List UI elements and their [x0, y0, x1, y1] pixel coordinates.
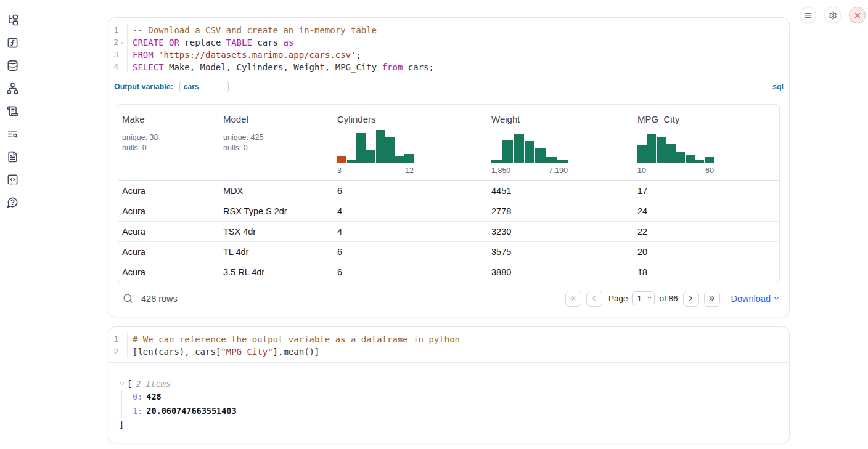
histogram-bar	[514, 134, 524, 163]
histogram-bar	[366, 150, 375, 163]
line-gutter: 2	[108, 346, 128, 358]
table-cell: MDX	[219, 181, 334, 201]
code-text: [len(cars), cars["MPG_City"].mean()]	[128, 346, 319, 358]
code-line[interactable]: 4SELECT Make, Model, Cylinders, Weight, …	[108, 61, 789, 73]
previous-page-button[interactable]	[586, 291, 602, 307]
code-line[interactable]: 1# We can reference the output variable …	[108, 333, 789, 346]
table-cell: Acura	[118, 201, 219, 222]
file-tree-sidebar-button[interactable]	[6, 14, 19, 26]
column-histogram: 312	[337, 130, 414, 176]
sql-code-editor[interactable]: 1-- Download a CSV and create an in-memo…	[108, 18, 789, 78]
scroll-script-icon	[7, 105, 18, 117]
menu-button[interactable]	[800, 7, 816, 23]
tree-root[interactable]: [ 2 Items	[119, 378, 789, 390]
output-variable-input[interactable]	[179, 81, 229, 92]
search-icon[interactable]	[123, 293, 133, 304]
scroll-script-sidebar-button[interactable]	[6, 105, 19, 118]
table-row[interactable]: Acura3.5 RL 4dr6388018	[118, 262, 779, 283]
chevron-down-icon	[119, 381, 125, 387]
code-line[interactable]: 1-- Download a CSV and create an in-memo…	[108, 24, 789, 36]
table-cell: 3880	[488, 262, 634, 283]
close-button[interactable]	[849, 7, 866, 23]
line-gutter: 4	[108, 61, 128, 73]
table-cell: 18	[634, 262, 779, 283]
download-button[interactable]: Download	[731, 294, 780, 304]
histogram-bar	[686, 155, 695, 164]
table-cell: 3575	[488, 242, 634, 262]
document-sidebar-button[interactable]	[6, 150, 19, 163]
histogram-bar	[356, 133, 366, 163]
table-cell: 4	[334, 222, 488, 242]
fold-chevron-icon[interactable]	[119, 40, 125, 46]
code-text: CREATE OR replace TABLE cars as	[128, 36, 293, 49]
table-footer: 428 rows Page 1 of 86	[108, 283, 789, 317]
code-text: # We can reference the output variable a…	[128, 333, 460, 346]
help-bubble-sidebar-button[interactable]	[6, 196, 19, 209]
database-sidebar-button[interactable]	[6, 59, 19, 72]
table-cell: Acura	[118, 242, 219, 262]
left-sidebar	[6, 14, 19, 209]
histogram-bar	[376, 130, 385, 163]
table-cell: Acura	[118, 222, 219, 242]
column-title: MPG_City	[637, 113, 776, 125]
code-text: SELECT Make, Model, Cylinders, Weight, M…	[128, 61, 434, 73]
page-select[interactable]: 1	[632, 291, 655, 305]
column-header-mpg_city[interactable]: MPG_City1060	[634, 105, 779, 181]
column-title: Cylinders	[337, 113, 484, 125]
histogram-bar	[347, 160, 356, 163]
search-list-sidebar-button[interactable]	[6, 127, 19, 140]
histogram-bar	[557, 160, 568, 163]
column-title: Weight	[491, 113, 630, 125]
histogram-bar	[666, 144, 676, 163]
table-cell: 17	[634, 181, 779, 201]
column-header-weight[interactable]: Weight1,8507,190	[488, 105, 634, 181]
table-row[interactable]: AcuraTL 4dr6357520	[118, 242, 779, 262]
table-row[interactable]: AcuraRSX Type S 2dr4277824	[118, 201, 779, 222]
table-cell: 4451	[488, 181, 634, 201]
settings-gear-icon	[829, 11, 837, 20]
table-cell: 24	[634, 201, 779, 222]
line-gutter: 2	[108, 36, 128, 49]
python-code-editor[interactable]: 1# We can reference the output variable …	[108, 327, 789, 362]
histogram-bar	[695, 160, 705, 163]
column-header-make[interactable]: Makeunique: 38nulls: 0	[118, 105, 219, 181]
table-cell: Acura	[118, 262, 219, 283]
tree-key: 0:	[133, 392, 142, 402]
table-row[interactable]: AcuraTSX 4dr4323022	[118, 222, 779, 242]
column-header-cylinders[interactable]: Cylinders312	[334, 105, 488, 181]
histogram-bar	[491, 160, 502, 163]
code-line[interactable]: 3FROM 'https://datasets.marimo.app/cars.…	[108, 49, 789, 61]
code-line[interactable]: 2CREATE OR replace TABLE cars as	[108, 36, 789, 49]
items-count-label: 2 Items	[136, 379, 171, 389]
next-page-button[interactable]	[683, 291, 699, 307]
code-text: FROM 'https://datasets.marimo.app/cars.c…	[128, 49, 361, 61]
histogram-bar	[525, 141, 535, 163]
function-square-icon	[7, 37, 18, 49]
close-x-icon	[853, 11, 862, 20]
histogram-bar	[657, 137, 666, 163]
settings-button[interactable]	[824, 7, 841, 23]
dependency-graph-sidebar-button[interactable]	[6, 82, 19, 95]
column-histogram: 1,8507,190	[491, 130, 568, 176]
table-row[interactable]: AcuraMDX6445117	[118, 181, 779, 201]
bracket-close: ]	[119, 418, 789, 431]
histogram-axis: 312	[337, 166, 414, 176]
tree-key: 1:	[133, 406, 142, 416]
first-page-button[interactable]	[565, 291, 581, 307]
code-text: -- Download a CSV and create an in-memor…	[128, 24, 377, 36]
line-gutter: 3	[108, 49, 128, 61]
language-badge: sql	[772, 83, 784, 91]
code-snippets-icon	[7, 174, 18, 185]
chevron-down-icon	[773, 295, 780, 302]
code-line[interactable]: 2[len(cars), cars["MPG_City"].mean()]	[108, 346, 789, 358]
last-page-button[interactable]	[704, 291, 720, 307]
histogram-bar	[395, 156, 404, 163]
histogram-bar	[676, 152, 686, 163]
output-variable-label: Output variable:	[114, 83, 173, 91]
column-header-model[interactable]: Modelunique: 425nulls: 0	[219, 105, 334, 181]
code-snippets-sidebar-button[interactable]	[6, 173, 19, 186]
column-title: Model	[223, 113, 330, 125]
database-icon	[7, 60, 18, 71]
function-square-sidebar-button[interactable]	[6, 36, 19, 49]
table-cell: 6	[334, 242, 488, 262]
